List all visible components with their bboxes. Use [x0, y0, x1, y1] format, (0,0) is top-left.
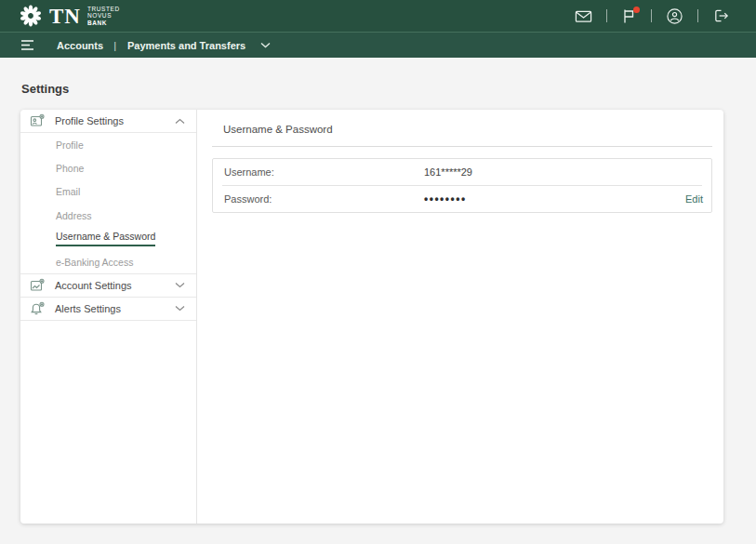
sidebar-section-profile-settings[interactable]: Profile Settings [20, 110, 196, 133]
header-divider [606, 9, 607, 22]
chevron-up-icon [175, 118, 185, 125]
header-divider [651, 9, 652, 22]
edit-password-button[interactable]: Edit [685, 193, 703, 205]
account-settings-icon [30, 278, 45, 293]
content-heading: Username & Password [212, 124, 712, 135]
bank-monogram: TN [49, 6, 81, 27]
sidebar-item-phone[interactable]: Phone [20, 156, 196, 179]
nav-payments-transfers[interactable]: Payments and Transfers [127, 40, 245, 51]
sidebar-section-alerts-settings[interactable]: Alerts Settings [20, 298, 196, 321]
profile-settings-icon [30, 113, 45, 128]
logout-icon[interactable] [712, 7, 730, 24]
menu-icon[interactable] [20, 39, 34, 51]
settings-content: Username & Password Username: 161*****29… [197, 110, 723, 524]
flower-logo-icon [19, 4, 43, 28]
mail-icon[interactable] [575, 8, 592, 24]
password-row: Password: •••••••• Edit [213, 186, 711, 212]
bank-logo[interactable]: TN TRUSTED NOVUS BANK [19, 4, 120, 28]
sidebar-section-label: Alerts Settings [55, 303, 165, 314]
password-label: Password: [224, 193, 424, 205]
nav-accounts[interactable]: Accounts [57, 40, 103, 51]
settings-card: Profile Settings Profile Phone Email Add… [20, 110, 723, 524]
main-nav: Accounts | Payments and Transfers [0, 32, 756, 58]
chevron-down-icon [175, 305, 185, 312]
password-value: •••••••• [424, 192, 467, 206]
top-header: TN TRUSTED NOVUS BANK [0, 0, 756, 32]
credentials-box: Username: 161*****29 Password: •••••••• … [212, 158, 712, 213]
sidebar-section-account-settings[interactable]: Account Settings [20, 274, 196, 298]
notification-dot [633, 7, 640, 13]
nav-divider: | [113, 40, 116, 51]
sidebar-item-address[interactable]: Address [20, 204, 196, 227]
username-row: Username: 161*****29 [213, 159, 711, 185]
username-label: Username: [224, 166, 424, 178]
chevron-down-icon[interactable] [260, 42, 271, 48]
sidebar-item-profile[interactable]: Profile [20, 133, 196, 156]
bank-name: TRUSTED NOVUS BANK [87, 6, 120, 27]
page-title: Settings [21, 82, 756, 96]
profile-icon[interactable] [666, 7, 683, 25]
alerts-settings-icon [30, 301, 45, 316]
sidebar-item-username-password[interactable]: Username & Password [20, 227, 196, 250]
sidebar-section-label: Profile Settings [55, 115, 165, 126]
sidebar-item-email[interactable]: Email [20, 180, 196, 204]
flag-notification-icon[interactable] [621, 8, 637, 24]
chevron-down-icon [175, 282, 185, 288]
username-value: 161*****29 [424, 166, 472, 178]
header-divider [697, 9, 698, 22]
sidebar-item-ebanking-access[interactable]: e-Banking Access [20, 250, 196, 273]
heading-divider [212, 146, 712, 147]
header-actions [575, 7, 730, 25]
sidebar-section-label: Account Settings [55, 280, 165, 291]
settings-sidebar: Profile Settings Profile Phone Email Add… [20, 110, 197, 524]
